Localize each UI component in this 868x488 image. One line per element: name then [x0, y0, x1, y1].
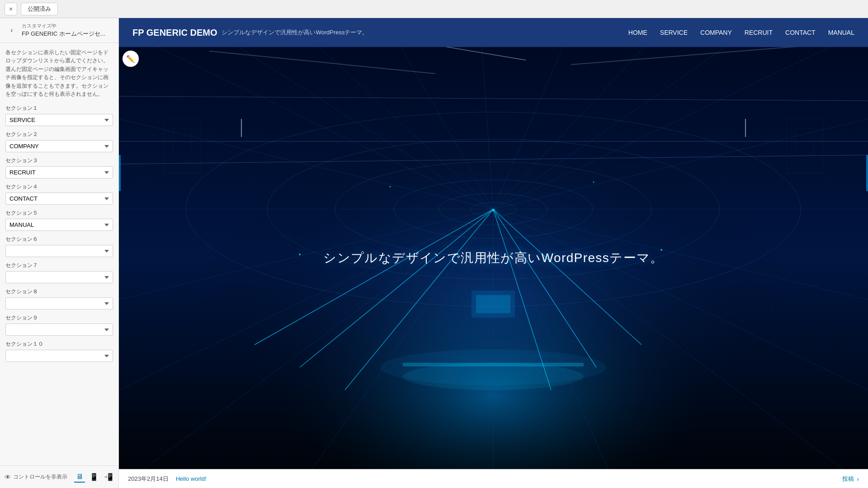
sidebar-header-text: カスタマイズ中 FP GENERIC ホームページセ...	[22, 23, 105, 38]
hide-controls-button[interactable]: 👁 コントロールを非表示	[5, 473, 67, 481]
section-label-10: セクション１０	[5, 340, 113, 348]
eye-icon: 👁	[5, 474, 11, 481]
svg-rect-56	[241, 119, 242, 137]
svg-rect-54	[119, 155, 121, 191]
site-nav: HOMESERVICECOMPANYRECRUITCONTACTMANUAL	[628, 29, 854, 36]
section-select-1[interactable]: SERVICECOMPANYRECRUITCONTACTMANUAL	[5, 114, 113, 126]
svg-point-49	[593, 182, 594, 183]
top-bar-left: × 公開済み	[5, 3, 58, 15]
sidebar: ‹ カスタマイズ中 FP GENERIC ホームページセ... 各セクションに表…	[0, 18, 119, 488]
desktop-icon[interactable]: 🖥	[74, 472, 85, 483]
svg-rect-57	[745, 119, 746, 137]
main-layout: ‹ カスタマイズ中 FP GENERIC ホームページセ... 各セクションに表…	[0, 18, 868, 488]
section-label-5: セクション５	[5, 209, 113, 217]
tablet-icon[interactable]: 📱	[89, 472, 99, 483]
section-group-7: セクション７SERVICECOMPANYRECRUITCONTACTMANUAL	[5, 262, 113, 283]
section-label-4: セクション４	[5, 183, 113, 191]
sidebar-header: ‹ カスタマイズ中 FP GENERIC ホームページセ...	[0, 18, 118, 43]
section-select-10[interactable]: SERVICECOMPANYRECRUITCONTACTMANUAL	[5, 350, 113, 362]
nav-item-recruit[interactable]: RECRUIT	[745, 29, 773, 36]
bottom-bar: 2023年2月14日 Hello world! 投稿 ›	[119, 469, 868, 488]
section-select-8[interactable]: SERVICECOMPANYRECRUITCONTACTMANUAL	[5, 297, 113, 310]
section-group-5: セクション５SERVICECOMPANYRECRUITCONTACTMANUAL	[5, 209, 113, 231]
site-logo: FP GENERIC DEMO	[132, 28, 217, 38]
section-select-6[interactable]: SERVICECOMPANYRECRUITCONTACTMANUAL	[5, 245, 113, 257]
svg-point-43	[403, 363, 584, 390]
sidebar-footer: 👁 コントロールを非表示 🖥 📱 📲	[0, 465, 118, 488]
hide-controls-label: コントロールを非表示	[13, 473, 67, 481]
hero-section: ✏️ シンプルなデザインで汎用性が高いWordPressテーマ。	[119, 47, 868, 469]
nav-item-contact[interactable]: CONTACT	[785, 29, 816, 36]
sidebar-description: 各セクションに表示したい固定ページをドロップダウンリストから選んでください。選ん…	[5, 48, 113, 98]
site-logo-tagline: シンプルなデザインで汎用性が高いWordPressテーマ。	[222, 28, 368, 37]
nav-item-home[interactable]: HOME	[628, 29, 647, 36]
svg-point-45	[492, 209, 495, 211]
top-bar: × 公開済み	[0, 0, 868, 18]
section-group-1: セクション１SERVICECOMPANYRECRUITCONTACTMANUAL	[5, 104, 113, 126]
customizing-label: カスタマイズ中	[22, 23, 105, 29]
section-select-4[interactable]: SERVICECOMPANYRECRUITCONTACTMANUAL	[5, 192, 113, 205]
nav-item-service[interactable]: SERVICE	[660, 29, 688, 36]
edit-overlay-button[interactable]: ✏️	[123, 51, 139, 67]
sidebar-content: 各セクションに表示したい固定ページをドロップダウンリストから選んでください。選ん…	[0, 43, 118, 465]
section-label-3: セクション３	[5, 157, 113, 164]
post-navigation-label: 投稿	[842, 475, 854, 483]
chevron-right-icon: ›	[857, 475, 859, 483]
section-select-7[interactable]: SERVICECOMPANYRECRUITCONTACTMANUAL	[5, 271, 113, 283]
section-label-7: セクション７	[5, 262, 113, 269]
section-group-4: セクション４SERVICECOMPANYRECRUITCONTACTMANUAL	[5, 183, 113, 205]
site-logo-area: FP GENERIC DEMO シンプルなデザインで汎用性が高いWordPres…	[132, 28, 368, 38]
bottom-left: 2023年2月14日 Hello world!	[128, 475, 207, 483]
back-button[interactable]: ‹	[5, 24, 18, 37]
mobile-icon[interactable]: 📲	[103, 472, 114, 483]
section-group-10: セクション１０SERVICECOMPANYRECRUITCONTACTMANUA…	[5, 340, 113, 362]
section-group-6: セクション６SERVICECOMPANYRECRUITCONTACTMANUAL	[5, 235, 113, 257]
close-button[interactable]: ×	[5, 3, 17, 15]
section-label-8: セクション８	[5, 288, 113, 296]
section-select-9[interactable]: SERVICECOMPANYRECRUITCONTACTMANUAL	[5, 324, 113, 336]
device-icons: 🖥 📱 📲	[74, 472, 114, 483]
section-label-9: セクション９	[5, 314, 113, 322]
site-navbar: FP GENERIC DEMO シンプルなデザインで汎用性が高いWordPres…	[119, 18, 868, 47]
svg-point-48	[390, 186, 391, 188]
section-select-2[interactable]: SERVICECOMPANYRECRUITCONTACTMANUAL	[5, 140, 113, 152]
section-label-2: セクション２	[5, 131, 113, 138]
section-select-5[interactable]: SERVICECOMPANYRECRUITCONTACTMANUAL	[5, 219, 113, 231]
pencil-icon: ✏️	[126, 55, 135, 63]
publish-button[interactable]: 公開済み	[21, 3, 58, 15]
preview-area: FP GENERIC DEMO シンプルなデザインで汎用性が高いWordPres…	[119, 18, 868, 488]
post-navigation[interactable]: 投稿 ›	[842, 475, 859, 483]
section-select-3[interactable]: SERVICECOMPANYRECRUITCONTACTMANUAL	[5, 166, 113, 178]
post-link[interactable]: Hello world!	[176, 475, 207, 482]
svg-rect-41	[476, 295, 510, 313]
section-label-1: セクション１	[5, 104, 113, 112]
hero-text: シンプルなデザインで汎用性が高いWordPressテーマ。	[323, 249, 664, 267]
section-group-2: セクション２SERVICECOMPANYRECRUITCONTACTMANUAL	[5, 131, 113, 152]
nav-item-manual[interactable]: MANUAL	[828, 29, 854, 36]
svg-point-46	[299, 253, 301, 255]
sidebar-title: FP GENERIC ホームページセ...	[22, 30, 105, 37]
svg-rect-44	[403, 363, 584, 366]
nav-item-company[interactable]: COMPANY	[700, 29, 732, 36]
section-label-6: セクション６	[5, 235, 113, 243]
svg-rect-55	[866, 155, 868, 191]
post-date: 2023年2月14日	[128, 475, 169, 483]
section-group-3: セクション３SERVICECOMPANYRECRUITCONTACTMANUAL	[5, 157, 113, 178]
section-group-8: セクション８SERVICECOMPANYRECRUITCONTACTMANUAL	[5, 288, 113, 310]
section-group-9: セクション９SERVICECOMPANYRECRUITCONTACTMANUAL	[5, 314, 113, 336]
